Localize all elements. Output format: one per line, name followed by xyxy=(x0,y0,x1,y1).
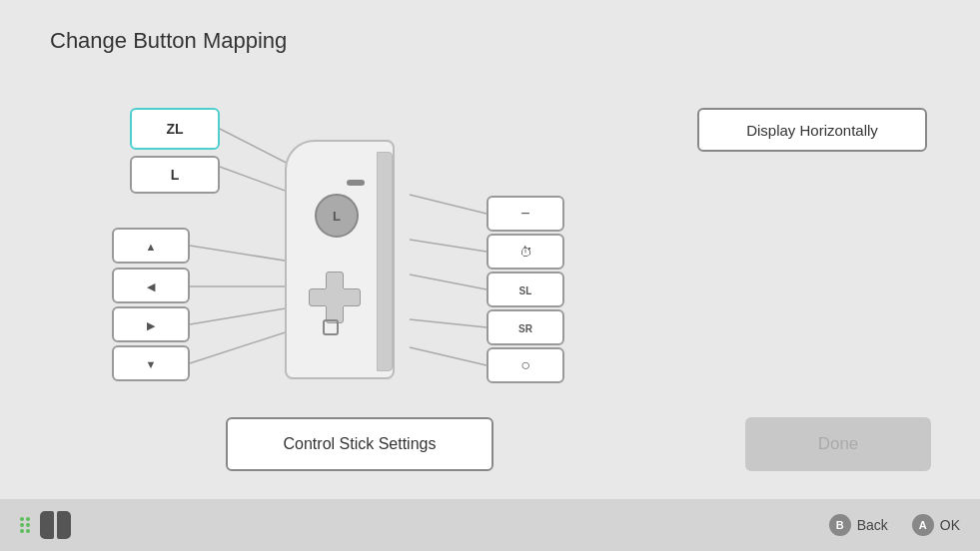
sl-button[interactable] xyxy=(487,272,564,307)
minus-icon xyxy=(520,205,529,223)
green-dots-icon xyxy=(20,517,30,533)
arrow-down-icon xyxy=(146,354,157,372)
home-button[interactable] xyxy=(487,234,564,270)
capture-button[interactable] xyxy=(487,347,564,383)
sr-button[interactable] xyxy=(487,309,564,345)
joycon-minus xyxy=(347,180,365,186)
arrow-up-icon xyxy=(146,237,157,255)
back-label: Back xyxy=(857,517,888,533)
ok-label: OK xyxy=(940,517,960,533)
dpad-left-button[interactable] xyxy=(112,268,190,303)
zl-button[interactable]: ZL xyxy=(130,108,220,150)
home-icon xyxy=(519,243,532,261)
sl-icon xyxy=(519,280,532,298)
joycon-pair-icon xyxy=(40,511,71,539)
page-title: Change Button Mapping xyxy=(50,28,287,54)
svg-line-7 xyxy=(410,240,487,252)
dpad-right-button[interactable] xyxy=(112,306,190,342)
arrow-right-icon xyxy=(147,315,155,333)
svg-line-9 xyxy=(410,319,487,327)
joycon-controller: L xyxy=(270,140,410,399)
control-stick-settings-button[interactable]: Control Stick Settings xyxy=(226,417,493,471)
display-horizontally-button[interactable]: Display Horizontally xyxy=(697,108,927,152)
joycon-dpad xyxy=(309,272,361,323)
ok-nav-item[interactable]: A OK xyxy=(912,514,960,536)
joycon-l-stick: L xyxy=(315,194,359,238)
a-button-circle: A xyxy=(912,514,934,536)
joycon-capture xyxy=(323,319,339,335)
joycon-rail xyxy=(377,152,393,371)
svg-line-6 xyxy=(410,195,487,214)
capture-icon xyxy=(520,356,530,374)
sr-icon xyxy=(518,318,532,336)
svg-line-10 xyxy=(410,347,487,365)
b-button-circle: B xyxy=(829,514,851,536)
bottom-bar: B Back A OK xyxy=(0,499,980,551)
minus-button[interactable] xyxy=(487,196,564,232)
l-button[interactable]: L xyxy=(130,156,220,194)
svg-line-8 xyxy=(410,275,487,289)
done-button[interactable]: Done xyxy=(745,417,931,471)
arrow-left-icon xyxy=(147,276,155,294)
bottom-nav: B Back A OK xyxy=(829,514,960,536)
dpad-down-button[interactable] xyxy=(112,345,190,381)
dpad-up-button[interactable] xyxy=(112,228,190,264)
back-nav-item[interactable]: B Back xyxy=(829,514,888,536)
